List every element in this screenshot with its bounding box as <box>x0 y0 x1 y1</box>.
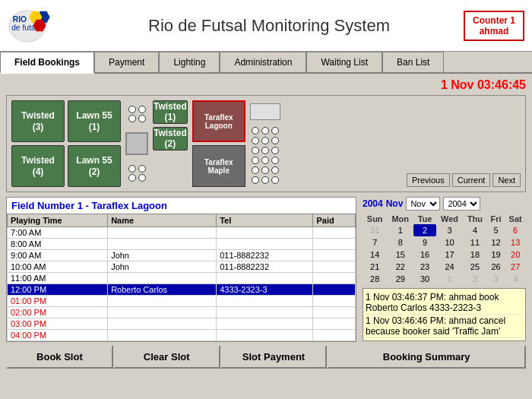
next-button[interactable]: Next <box>492 173 521 187</box>
cal-day[interactable]: 25 <box>463 261 487 273</box>
cal-day[interactable]: 9 <box>413 236 436 249</box>
cal-day[interactable]: 15 <box>387 249 413 261</box>
radio-dot[interactable] <box>271 127 279 135</box>
cal-day[interactable]: 1 <box>436 273 463 285</box>
cal-day[interactable]: 27 <box>505 261 526 273</box>
table-row[interactable]: 01:00 PM <box>8 296 356 307</box>
tab-waiting-list[interactable]: Waiting List <box>306 52 382 72</box>
field-lawn55-1[interactable]: Lawn 55(1) <box>68 100 121 142</box>
booking-table: Playing Time Name Tel Paid 7:00 AM8:00 A… <box>7 214 356 341</box>
radio-dot[interactable] <box>271 137 279 144</box>
radio-dot[interactable] <box>271 157 279 164</box>
cal-day[interactable]: 19 <box>487 249 505 261</box>
cal-day[interactable]: 26 <box>487 261 505 273</box>
radio-dot[interactable] <box>252 157 259 164</box>
table-row[interactable]: 02:00 PM <box>8 307 356 318</box>
radio-dot[interactable] <box>271 147 279 154</box>
table-row[interactable]: 03:00 PM <box>8 318 356 330</box>
radio-dot[interactable] <box>261 127 269 135</box>
radio-dot[interactable] <box>138 165 146 173</box>
cal-day[interactable]: 8 <box>387 236 413 249</box>
cal-day[interactable]: 2 <box>413 224 436 236</box>
cal-day[interactable]: 23 <box>413 261 436 273</box>
cal-day[interactable]: 4 <box>505 273 526 285</box>
radio-dot[interactable] <box>252 176 259 184</box>
table-row[interactable]: 8:00 AM <box>8 239 356 250</box>
field-twisted4[interactable]: Twisted(4) <box>11 145 65 187</box>
cal-day[interactable]: 6 <box>505 224 526 236</box>
radio-dot[interactable] <box>252 166 259 174</box>
field-twisted1[interactable]: Twisted(1) <box>153 100 188 124</box>
cal-day[interactable]: 29 <box>387 273 413 285</box>
radio-dot[interactable] <box>271 176 279 184</box>
radio-dot[interactable] <box>261 176 269 184</box>
radio-dot[interactable] <box>261 147 269 154</box>
table-row[interactable]: 11:00 AM <box>8 273 356 284</box>
radio-dot[interactable] <box>252 127 259 135</box>
table-row[interactable]: 12:00 PMRoberto Carlos4333-2323-3 <box>8 284 356 296</box>
radio-dot[interactable] <box>261 157 269 164</box>
cal-day[interactable]: 14 <box>363 249 387 261</box>
clear-slot-button[interactable]: Clear Slot <box>113 345 220 369</box>
radio-dot[interactable] <box>271 166 279 174</box>
book-slot-button[interactable]: Book Slot <box>6 345 113 369</box>
cal-day[interactable]: 18 <box>463 249 487 261</box>
cal-day[interactable]: 1 <box>387 224 413 236</box>
tab-field-bookings[interactable]: Field Bookings <box>0 52 94 74</box>
radio-dot[interactable] <box>128 106 136 113</box>
cal-day[interactable]: 10 <box>436 236 463 249</box>
booking-summary-button[interactable]: Booking Summary <box>327 345 526 369</box>
cal-day[interactable]: 28 <box>363 273 387 285</box>
field-lawn55-2[interactable]: Lawn 55(2) <box>68 145 121 187</box>
radio-dot[interactable] <box>138 115 146 122</box>
booking-table-scroll[interactable]: Playing Time Name Tel Paid 7:00 AM8:00 A… <box>7 214 356 341</box>
table-row[interactable]: 10:00 AMJohn011-8882232 <box>8 261 356 273</box>
cal-day[interactable]: 11 <box>463 236 487 249</box>
previous-button[interactable]: Previous <box>407 173 450 187</box>
cal-day[interactable]: 4 <box>463 224 487 236</box>
cal-day[interactable]: 3 <box>436 224 463 236</box>
radio-dot[interactable] <box>261 166 269 174</box>
year-select[interactable]: 200320042005 <box>443 197 480 211</box>
radio-dot[interactable] <box>252 137 259 144</box>
cal-day[interactable]: 7 <box>363 236 387 249</box>
table-row[interactable]: 9:00 AMJohn011-8882232 <box>8 250 356 261</box>
cal-day[interactable]: 13 <box>505 236 526 249</box>
cal-day[interactable]: 12 <box>487 236 505 249</box>
taraflex-maple[interactable]: TaraflexMaple <box>192 145 245 187</box>
radio-dot[interactable] <box>128 115 136 122</box>
field-twisted3[interactable]: Twisted(3) <box>11 100 65 142</box>
cal-day[interactable]: 5 <box>487 224 505 236</box>
cal-day[interactable]: 24 <box>436 261 463 273</box>
table-row[interactable]: 7:00 AM <box>8 227 356 239</box>
table-row[interactable]: 04:00 PM <box>8 330 356 341</box>
cell-name <box>108 318 217 330</box>
tab-payment[interactable]: Payment <box>94 52 159 72</box>
cal-day[interactable]: 3 <box>487 273 505 285</box>
tab-lighting[interactable]: Lighting <box>159 52 220 72</box>
cal-day[interactable]: 31 <box>363 224 387 236</box>
table-row[interactable]: 05:00 PM <box>8 341 356 342</box>
month-select[interactable]: JanFebMarAprMayJunJulAugSepOctNovDec <box>406 197 440 211</box>
cal-day[interactable]: 22 <box>387 261 413 273</box>
radio-dot[interactable] <box>138 174 146 182</box>
radio-dot[interactable] <box>138 106 146 113</box>
radio-dot[interactable] <box>128 165 136 173</box>
field-twisted2[interactable]: Twisted(2) <box>153 127 188 150</box>
taraflex-lagoon[interactable]: TaraflexLagoon <box>192 100 245 142</box>
cal-day[interactable]: 30 <box>413 273 436 285</box>
cal-day[interactable]: 20 <box>505 249 526 261</box>
cell-name: John <box>108 261 217 273</box>
radio-dot[interactable] <box>128 174 136 182</box>
tab-ban-list[interactable]: Ban List <box>382 52 444 72</box>
cal-day[interactable]: 16 <box>413 249 436 261</box>
cal-day[interactable]: 17 <box>436 249 463 261</box>
radio-dot[interactable] <box>252 147 259 154</box>
cal-day[interactable]: 21 <box>363 261 387 273</box>
cell-paid <box>313 273 356 284</box>
current-button[interactable]: Current <box>452 173 491 187</box>
radio-dot[interactable] <box>261 137 269 144</box>
slot-payment-button[interactable]: Slot Payment <box>220 345 328 369</box>
cal-day[interactable]: 2 <box>463 273 487 285</box>
tab-administration[interactable]: Administration <box>220 52 306 72</box>
